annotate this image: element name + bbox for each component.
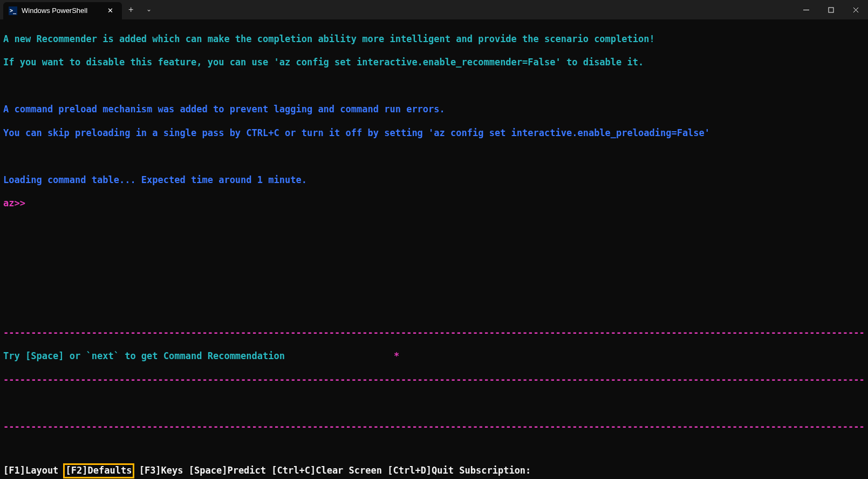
minimize-button[interactable]	[794, 0, 818, 19]
divider: ----------------------------------------…	[3, 374, 865, 386]
prompt[interactable]: az>>	[3, 198, 865, 210]
info-line: A command preload mechanism was added to…	[3, 104, 865, 116]
tab-title: Windows PowerShell	[22, 6, 100, 16]
hint-line: Try [Space] or `next` to get Command Rec…	[3, 350, 285, 361]
footer-bar: [F1]Layout [F2]Defaults [F3]Keys [Space]…	[0, 465, 868, 479]
info-line: You can skip preloading in a single pass…	[3, 127, 865, 139]
close-button[interactable]	[843, 0, 868, 19]
terminal-output[interactable]: A new Recommender is added which can mak…	[0, 19, 868, 465]
divider: ----------------------------------------…	[3, 327, 865, 339]
info-line: If you want to disable this feature, you…	[3, 57, 865, 69]
maximize-button[interactable]	[818, 0, 843, 19]
new-tab-button[interactable]: +	[122, 4, 140, 15]
info-line: A new Recommender is added which can mak…	[3, 33, 865, 45]
divider: ----------------------------------------…	[3, 421, 865, 433]
tab-actions: + ⌄	[122, 0, 158, 19]
footer-f1: [F1]Layout	[3, 465, 64, 476]
titlebar: >_ Windows PowerShell ✕ + ⌄	[0, 0, 868, 19]
footer-f2: [F2]Defaults	[66, 465, 132, 476]
footer-rest: [F3]Keys [Space]Predict [Ctrl+C]Clear Sc…	[133, 465, 531, 476]
svg-rect-1	[829, 8, 833, 12]
window-controls	[794, 0, 868, 19]
powershell-icon: >_	[9, 6, 17, 15]
tab-close-button[interactable]: ✕	[104, 5, 117, 17]
tab-dropdown-button[interactable]: ⌄	[140, 5, 158, 14]
loading-line: Loading command table... Expected time a…	[3, 174, 865, 186]
star-icon: *	[394, 350, 399, 362]
highlight-f2: [F2]Defaults	[63, 463, 135, 478]
tab-powershell[interactable]: >_ Windows PowerShell ✕	[3, 2, 122, 19]
